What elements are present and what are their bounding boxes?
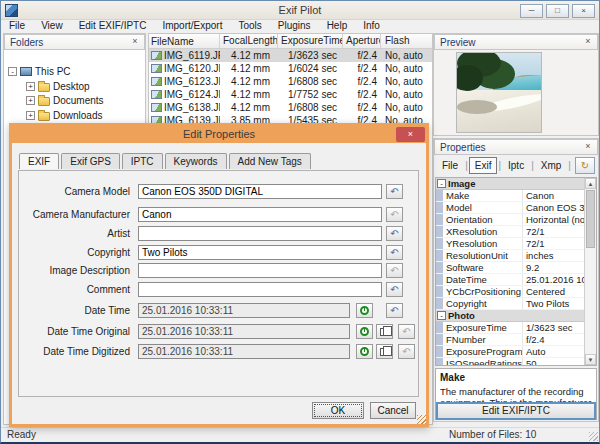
- clock-icon[interactable]: [356, 303, 373, 318]
- expander-icon[interactable]: +: [26, 82, 35, 91]
- collapse-icon[interactable]: -: [437, 311, 446, 320]
- undo-icon[interactable]: ↶: [398, 324, 415, 339]
- copy-icon[interactable]: [376, 344, 393, 359]
- file-row[interactable]: IMG_6138.JPG 4.12 mm 1/6808 sec f/2.4 No…: [149, 101, 432, 114]
- property-group[interactable]: -Photo: [436, 310, 596, 322]
- date-time-digitized-input[interactable]: [138, 344, 350, 359]
- folder-icon: [38, 83, 50, 92]
- tab-iptc-edit[interactable]: IPTC: [122, 153, 163, 169]
- menu-edit-exif-iptc[interactable]: Edit EXIF/IPTC: [71, 20, 155, 32]
- copyright-input[interactable]: [138, 245, 382, 260]
- tab-keywords[interactable]: Keywords: [165, 153, 227, 169]
- undo-icon[interactable]: ↶: [386, 282, 403, 297]
- undo-icon[interactable]: ↶: [386, 226, 403, 241]
- undo-icon[interactable]: ↶: [386, 245, 403, 260]
- maximize-button[interactable]: □: [546, 4, 569, 18]
- file-row[interactable]: IMG_6124.JPG 4.12 mm 1/7752 sec f/2.4 No…: [149, 88, 432, 101]
- property-row[interactable]: ModelCanon EOS 350...: [436, 202, 596, 214]
- tab-xmp[interactable]: Xmp: [535, 157, 568, 174]
- image-description-input[interactable]: [138, 263, 382, 278]
- menu-import-export[interactable]: Import/Export: [154, 20, 230, 32]
- scroll-down-icon[interactable]: ▼: [585, 354, 596, 365]
- menu-file[interactable]: File: [1, 20, 33, 32]
- artist-input[interactable]: [138, 226, 382, 241]
- menu-info[interactable]: Info: [355, 20, 388, 32]
- minimize-button[interactable]: ─: [520, 4, 543, 18]
- properties-close-icon[interactable]: ×: [583, 141, 593, 151]
- menu-tools[interactable]: Tools: [230, 20, 269, 32]
- expander-icon[interactable]: +: [26, 111, 35, 120]
- flash: No, auto: [381, 102, 432, 113]
- tab-exif[interactable]: Exif: [469, 157, 498, 174]
- property-group[interactable]: -Image: [436, 178, 596, 190]
- camera-manufacturer-input[interactable]: [138, 207, 382, 222]
- column-header-focallength[interactable]: FocalLength: [220, 34, 278, 48]
- file-row[interactable]: IMG_6123.JPG 4.12 mm 1/6808 sec f/2.4 No…: [149, 75, 432, 88]
- column-header-aperture[interactable]: Aperture: [343, 34, 381, 48]
- scrollbar[interactable]: ▲ ▼: [584, 178, 596, 365]
- file-name: IMG_6124.JPG: [164, 89, 220, 100]
- cancel-button[interactable]: Cancel: [370, 402, 416, 419]
- menu-view[interactable]: View: [33, 20, 71, 32]
- property-row[interactable]: ExposureProgramAuto: [436, 346, 596, 358]
- dialog-close-icon[interactable]: ×: [396, 127, 425, 142]
- collapse-icon[interactable]: -: [437, 179, 446, 188]
- menu-help[interactable]: Help: [319, 20, 356, 32]
- scroll-up-icon[interactable]: ▲: [585, 178, 596, 189]
- property-row[interactable]: YCbCrPositioningCentered: [436, 286, 596, 298]
- tab-iptc[interactable]: Iptc: [502, 157, 530, 174]
- property-row[interactable]: MakeCanon: [436, 190, 596, 202]
- column-header-exposuretime[interactable]: ExposureTime: [278, 34, 343, 48]
- file-row[interactable]: IMG_6120.JPG 4.12 mm 1/6024 sec f/2.4 No…: [149, 62, 432, 75]
- close-button[interactable]: ×: [572, 4, 595, 18]
- property-row[interactable]: Software9.2: [436, 262, 596, 274]
- property-row[interactable]: ExposureTime1/3623 sec: [436, 322, 596, 334]
- clock-icon[interactable]: [356, 324, 373, 339]
- tree-item-desktop[interactable]: + Desktop: [4, 79, 90, 93]
- field-label: Date Time Original: [18, 326, 130, 337]
- property-row[interactable]: ResolutionUnitinches: [436, 250, 596, 262]
- property-row[interactable]: OrientationHorizontal (normal): [436, 214, 596, 226]
- property-row[interactable]: ISOSpeedRatings50: [436, 358, 596, 366]
- camera-model-input[interactable]: [138, 184, 382, 199]
- tab-file[interactable]: File: [436, 157, 464, 174]
- ok-button[interactable]: OK: [312, 402, 364, 419]
- undo-icon[interactable]: ↶: [386, 207, 403, 222]
- copy-icon[interactable]: [376, 324, 393, 339]
- menu-plugins[interactable]: Plugins: [270, 20, 319, 32]
- property-row[interactable]: FNumberf/2.4: [436, 334, 596, 346]
- expander-icon[interactable]: +: [26, 96, 35, 105]
- column-header-filename[interactable]: FileName: [149, 34, 220, 48]
- undo-icon[interactable]: ↶: [398, 344, 415, 359]
- preview-close-icon[interactable]: ×: [583, 36, 593, 46]
- property-row[interactable]: CopyrightTwo Pilots: [436, 298, 596, 310]
- folders-close-icon[interactable]: ×: [130, 36, 140, 46]
- undo-icon[interactable]: ↶: [386, 263, 403, 278]
- undo-icon[interactable]: ↶: [386, 184, 403, 199]
- expander-icon[interactable]: -: [8, 67, 17, 76]
- tree-item-documents[interactable]: + Documents: [4, 93, 104, 107]
- date-time-input[interactable]: [138, 303, 350, 318]
- tab-exif-gps[interactable]: Exif GPS: [61, 153, 120, 169]
- folders-panel-header: Folders ×: [4, 34, 145, 50]
- tree-item-this-pc[interactable]: - This PC: [4, 64, 71, 78]
- refresh-icon[interactable]: ↻: [575, 157, 595, 174]
- date-time-original-input[interactable]: [138, 324, 350, 339]
- undo-icon[interactable]: ↶: [386, 303, 403, 318]
- tab-add-new-tags[interactable]: Add New Tags: [229, 153, 311, 169]
- window-title: Exif Pilot: [1, 1, 599, 20]
- field-camera-model: Camera Model ↶: [18, 184, 419, 200]
- property-row[interactable]: YResolution72/1: [436, 238, 596, 250]
- property-row[interactable]: DateTime25.01.2016 10:3...: [436, 274, 596, 286]
- property-row[interactable]: XResolution72/1: [436, 226, 596, 238]
- dialog-resize-grip[interactable]: [417, 415, 426, 424]
- clock-icon[interactable]: [356, 344, 373, 359]
- resize-grip[interactable]: [589, 432, 598, 441]
- file-row[interactable]: IMG_6119.JPG 4.12 mm 1/3623 sec f/2.4 No…: [149, 49, 432, 62]
- column-header-flash[interactable]: Flash: [381, 34, 432, 48]
- tree-item-downloads[interactable]: + Downloads: [4, 108, 102, 122]
- scroll-thumb[interactable]: [586, 190, 595, 248]
- edit-exif-iptc-button[interactable]: Edit EXIF/IPTC: [436, 402, 596, 420]
- tab-exif-edit[interactable]: EXIF: [19, 153, 59, 169]
- comment-input[interactable]: [138, 282, 382, 297]
